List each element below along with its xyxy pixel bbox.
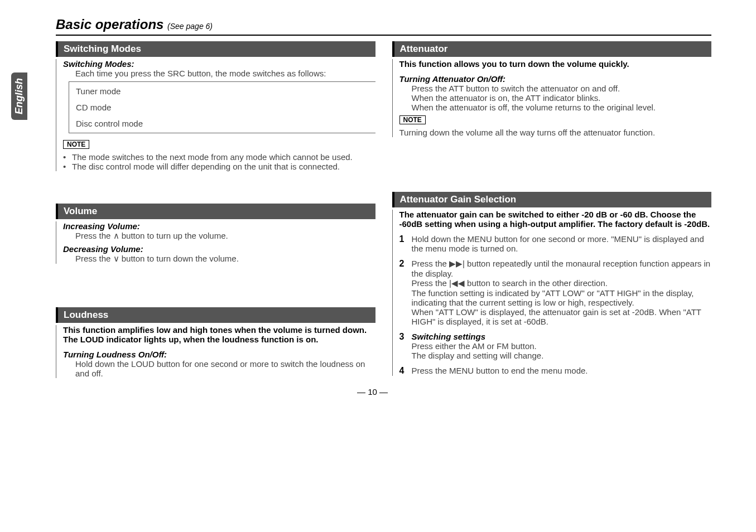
step-2d: When "ATT LOW" is displayed, the attenua… [412, 307, 712, 326]
gain-intro: The attenuator gain can be switched to e… [399, 210, 712, 229]
switching-modes-sub: Switching Modes: [63, 59, 375, 69]
attenuator-l1: Press the ATT button to switch the atten… [399, 84, 712, 93]
step-3: 3 Switching settings Press either the AM… [399, 332, 712, 360]
step-4: 4 Press the MENU button to end the menu … [399, 366, 712, 376]
title-sub: (See page 6) [167, 22, 213, 31]
step-2: 2 Press the ▶▶| button repeatedly until … [399, 259, 712, 326]
note-label: NOTE [63, 140, 89, 149]
switching-modes-intro: Each time you press the SRC button, the … [63, 69, 375, 78]
section-volume: Increasing Volume: Press the ∧ button to… [56, 221, 375, 264]
left-column: Switching Modes Switching Modes: Each ti… [56, 41, 375, 381]
bullet-dot: • [63, 152, 69, 162]
volume-dec-label: Decreasing Volume: [63, 244, 375, 254]
step-4-num: 4 [399, 366, 407, 376]
right-column: Attenuator This function allows you to t… [392, 41, 712, 381]
loudness-sub: Turning Loudness On/Off: [63, 350, 375, 359]
title-rule [56, 35, 711, 36]
step-3-content: Switching settings Press either the AM o… [412, 332, 712, 360]
bullet-dot: • [63, 162, 69, 171]
step-2-content: Press the ▶▶| button repeatedly until th… [412, 259, 712, 326]
section-switching-modes: Switching Modes: Each time you press the… [56, 59, 375, 171]
step-1: 1 Hold down the MENU button for one seco… [399, 234, 712, 253]
page-title: Basic operations (See page 6) [56, 17, 711, 32]
step-1-num: 1 [399, 234, 407, 253]
step-2c: The function setting is indicated by "AT… [412, 288, 712, 307]
section-loudness-header: Loudness [56, 307, 375, 323]
attenuator-intro: This function allows you to turn down th… [399, 59, 712, 69]
loudness-intro2: The LOUD indicator lights up, when the l… [63, 335, 375, 344]
loudness-text: Hold down the LOUD button for one second… [63, 359, 375, 378]
volume-inc-label: Increasing Volume: [63, 221, 375, 231]
step-3-title: Switching settings [412, 332, 712, 341]
mode-disc-control: Disc control mode [76, 115, 375, 132]
page-number: — 10 — [33, 387, 711, 396]
step-2-num: 2 [399, 259, 407, 326]
note-2: • The disc control mode will differ depe… [63, 162, 375, 171]
note-1: • The mode switches to the next mode fro… [63, 152, 375, 162]
step-3a: Press either the AM or FM button. [412, 341, 712, 351]
section-attenuator: This function allows you to turn down th… [392, 59, 712, 137]
section-volume-header: Volume [56, 204, 375, 219]
note-1-text: The mode switches to the next mode from … [72, 152, 353, 162]
page-content: Basic operations (See page 6) Switching … [0, 0, 756, 408]
section-gain-header: Attenuator Gain Selection [392, 192, 712, 207]
section-switching-modes-header: Switching Modes [56, 41, 375, 57]
volume-inc-text: Press the ∧ button to turn up the volume… [63, 231, 375, 241]
volume-dec-text: Press the ∨ button to turn down the volu… [63, 254, 375, 264]
section-attenuator-header: Attenuator [392, 41, 712, 57]
step-4-text: Press the MENU button to end the menu mo… [412, 366, 712, 376]
attenuator-l3: When the attenuator is off, the volume r… [399, 103, 712, 112]
mode-tuner: Tuner mode [76, 83, 375, 99]
note-label-att: NOTE [399, 115, 426, 124]
attenuator-sub: Turning Attenuator On/Off: [399, 74, 712, 84]
attenuator-l2: When the attenuator is on, the ATT indic… [399, 93, 712, 103]
step-1-text: Hold down the MENU button for one second… [412, 234, 712, 253]
step-2a: Press the ▶▶| button repeatedly until th… [412, 259, 712, 278]
step-3b: The display and setting will change. [412, 351, 712, 360]
title-main: Basic operations [56, 17, 163, 32]
step-3-num: 3 [399, 332, 407, 360]
mode-flow: Tuner mode CD mode Disc control mode [69, 81, 375, 133]
step-2b: Press the |◀◀ button to search in the ot… [412, 278, 712, 288]
note-2-text: The disc control mode will differ depend… [72, 162, 340, 171]
mode-cd: CD mode [76, 99, 375, 115]
attenuator-note: Turning down the volume all the way turn… [399, 128, 712, 137]
section-gain: The attenuator gain can be switched to e… [392, 210, 712, 376]
section-loudness: This function amplifies low and high ton… [56, 325, 375, 378]
loudness-intro1: This function amplifies low and high ton… [63, 325, 375, 335]
